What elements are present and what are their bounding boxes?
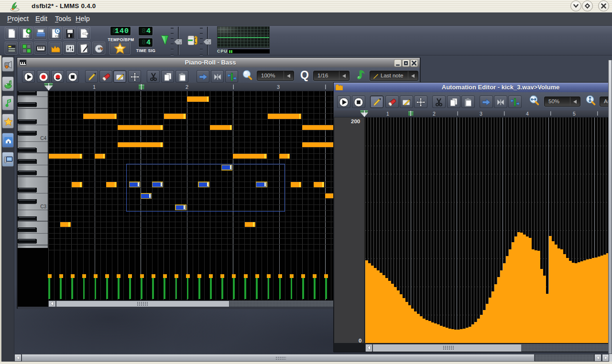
svg-text:3: 3: [277, 84, 280, 90]
svg-text:4: 4: [526, 111, 529, 117]
svg-text:0: 0: [359, 338, 361, 343]
svg-text:C3: C3: [40, 204, 46, 209]
svg-text:3: 3: [480, 111, 482, 117]
svg-text:2: 2: [433, 111, 436, 117]
svg-text:1: 1: [386, 111, 389, 117]
svg-text:200: 200: [351, 118, 360, 124]
svg-text:5: 5: [573, 111, 576, 117]
svg-text:2: 2: [186, 84, 188, 90]
svg-text:C4: C4: [40, 136, 46, 141]
svg-text:1: 1: [93, 84, 96, 90]
